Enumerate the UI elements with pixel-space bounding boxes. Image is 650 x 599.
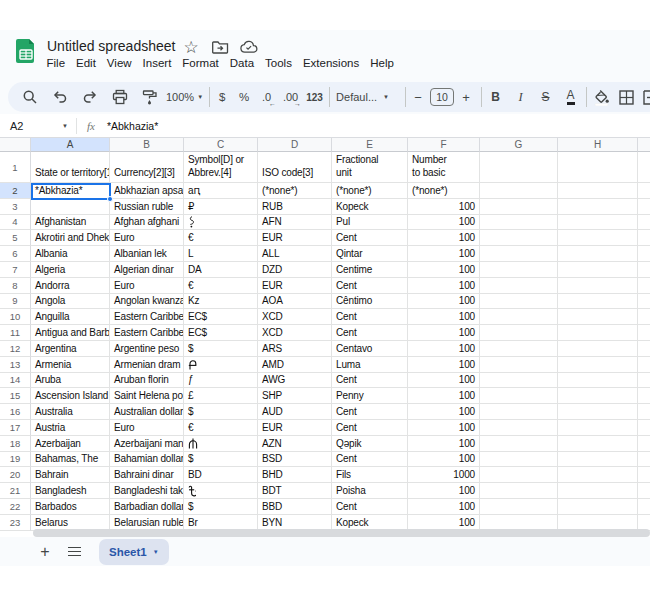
cell-D11[interactable]: XCD xyxy=(258,325,332,341)
cell-H14[interactable] xyxy=(558,373,638,389)
menu-extensions[interactable]: Extensions xyxy=(297,55,364,71)
cell-D15[interactable]: SHP xyxy=(258,388,332,404)
cell-G11[interactable] xyxy=(480,325,558,341)
cell-X13[interactable] xyxy=(638,357,650,373)
cell-F9[interactable]: 100 xyxy=(408,294,480,310)
cell-B12[interactable]: Argentine peso xyxy=(110,341,184,357)
document-title[interactable]: Untitled spreadsheet xyxy=(47,38,175,54)
cell-E2[interactable]: (*none*) xyxy=(332,183,408,199)
cell-A19[interactable]: Bahamas, The xyxy=(31,452,110,468)
increase-font-size-icon[interactable]: + xyxy=(457,85,475,109)
format-currency-icon[interactable]: $ xyxy=(212,85,232,109)
cell-F22[interactable]: 100 xyxy=(408,499,480,515)
row-header-23[interactable]: 23 xyxy=(0,515,31,531)
cell-H2[interactable] xyxy=(558,183,638,199)
cell-E14[interactable]: Cent xyxy=(332,373,408,389)
row-header-2[interactable]: 2 xyxy=(0,183,31,199)
cell-G4[interactable] xyxy=(480,215,558,231)
cell-A3[interactable] xyxy=(31,199,110,215)
cell-F3[interactable]: 100 xyxy=(408,199,480,215)
cell-X7[interactable] xyxy=(638,262,650,278)
cell-G7[interactable] xyxy=(480,262,558,278)
row-header-10[interactable]: 10 xyxy=(0,309,31,325)
cell-X22[interactable] xyxy=(638,499,650,515)
col-header-partial[interactable] xyxy=(638,138,650,152)
cell-B3[interactable]: Russian ruble xyxy=(110,199,184,215)
cell-B4[interactable]: Afghan afghani xyxy=(110,215,184,231)
move-folder-icon[interactable] xyxy=(211,38,229,56)
cell-D21[interactable]: BDT xyxy=(258,483,332,499)
cell-B8[interactable]: Euro xyxy=(110,278,184,294)
cell-C14[interactable]: ƒ xyxy=(184,373,258,389)
cell-C15[interactable]: £ xyxy=(184,388,258,404)
cell-A7[interactable]: Algeria xyxy=(31,262,110,278)
cell-G13[interactable] xyxy=(480,357,558,373)
cell-E21[interactable]: Poisha xyxy=(332,483,408,499)
cell-F16[interactable]: 100 xyxy=(408,404,480,420)
cell-H9[interactable] xyxy=(558,294,638,310)
cell-C5[interactable]: € xyxy=(184,230,258,246)
decrease-decimal-icon[interactable]: .0← xyxy=(256,85,277,109)
cell-G1[interactable] xyxy=(480,152,558,183)
row-header-4[interactable]: 4 xyxy=(0,215,31,231)
paint-format-icon[interactable] xyxy=(138,85,162,109)
italic-icon[interactable]: I xyxy=(509,85,532,109)
cell-G21[interactable] xyxy=(480,483,558,499)
row-header-1[interactable]: 1 xyxy=(0,152,31,183)
text-color-icon[interactable]: A xyxy=(559,85,582,109)
name-box[interactable]: A2 xyxy=(10,120,62,132)
cell-C12[interactable]: $ xyxy=(184,341,258,357)
cell-H20[interactable] xyxy=(558,467,638,483)
cell-D4[interactable]: AFN xyxy=(258,215,332,231)
cell-E16[interactable]: Cent xyxy=(332,404,408,420)
cell-E12[interactable]: Centavo xyxy=(332,341,408,357)
col-header-D[interactable]: D xyxy=(258,138,332,152)
menu-format[interactable]: Format xyxy=(177,55,224,71)
cell-A14[interactable]: Aruba xyxy=(31,373,110,389)
cell-F1[interactable]: Number to basic xyxy=(408,152,480,183)
search-icon[interactable] xyxy=(18,85,42,109)
font-size-input[interactable]: 10 xyxy=(430,88,454,106)
cloud-saved-icon[interactable] xyxy=(240,38,258,56)
cell-B21[interactable]: Bangladeshi taka xyxy=(110,483,184,499)
cell-D8[interactable]: EUR xyxy=(258,278,332,294)
cell-C17[interactable]: € xyxy=(184,420,258,436)
cell-C20[interactable]: BD xyxy=(184,467,258,483)
cell-X5[interactable] xyxy=(638,230,650,246)
cell-H17[interactable] xyxy=(558,420,638,436)
cell-G10[interactable] xyxy=(480,309,558,325)
cell-A20[interactable]: Bahrain xyxy=(31,467,110,483)
redo-icon[interactable] xyxy=(78,85,102,109)
cell-A11[interactable]: Antigua and Barbuda xyxy=(31,325,110,341)
cell-C1[interactable]: Symbol[D] or Abbrev.[4] xyxy=(184,152,258,183)
cell-D16[interactable]: AUD xyxy=(258,404,332,420)
row-header-6[interactable]: 6 xyxy=(0,246,31,262)
star-icon[interactable]: ☆ xyxy=(182,38,200,56)
cell-X1[interactable] xyxy=(638,152,650,183)
cell-D14[interactable]: AWG xyxy=(258,373,332,389)
cell-X16[interactable] xyxy=(638,404,650,420)
cell-F2[interactable]: (*none*) xyxy=(408,183,480,199)
cell-D17[interactable]: EUR xyxy=(258,420,332,436)
cell-D18[interactable]: AZN xyxy=(258,436,332,452)
add-sheet-icon[interactable]: + xyxy=(36,543,54,561)
cell-D1[interactable]: ISO code[3] xyxy=(258,152,332,183)
cell-C22[interactable]: $ xyxy=(184,499,258,515)
row-header-3[interactable]: 3 xyxy=(0,199,31,215)
font-name-control[interactable]: Defaul... ▼ xyxy=(336,91,389,103)
merge-cells-icon[interactable] xyxy=(640,85,650,109)
select-all-corner[interactable] xyxy=(0,138,31,152)
cell-X11[interactable] xyxy=(638,325,650,341)
cell-H3[interactable] xyxy=(558,199,638,215)
decrease-font-size-icon[interactable]: − xyxy=(409,85,427,109)
cell-X19[interactable] xyxy=(638,452,650,468)
row-header-14[interactable]: 14 xyxy=(0,373,31,389)
cell-G8[interactable] xyxy=(480,278,558,294)
more-formats-icon[interactable]: 123 xyxy=(304,85,325,109)
cell-F21[interactable]: 100 xyxy=(408,483,480,499)
cell-H13[interactable] xyxy=(558,357,638,373)
undo-icon[interactable] xyxy=(48,85,72,109)
cell-E5[interactable]: Cent xyxy=(332,230,408,246)
cell-E7[interactable]: Centime xyxy=(332,262,408,278)
cell-D22[interactable]: BBD xyxy=(258,499,332,515)
